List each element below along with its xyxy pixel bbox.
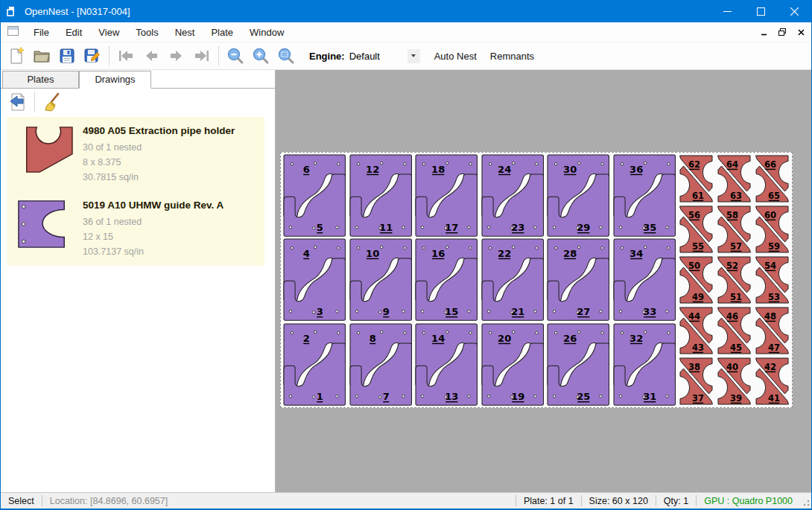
svg-text:32: 32 (629, 333, 643, 344)
nest-cell-red[interactable]: 5655 (677, 204, 715, 255)
drawing-item[interactable]: 4980 A05 Extraction pipe holder 30 of 1 … (7, 117, 264, 191)
purple-parts-grid: 6512111817242330293635431091615222128273… (282, 153, 677, 407)
resize-grip[interactable] (800, 495, 811, 507)
nest-cell-purple[interactable]: 3029 (545, 153, 612, 238)
svg-text:22: 22 (498, 248, 511, 259)
svg-text:13: 13 (445, 391, 458, 402)
minimize-button[interactable] (711, 0, 744, 22)
gpu-indicator: GPU : Quadro P1000 (697, 496, 800, 506)
nest-cell-purple[interactable]: 1615 (413, 238, 480, 322)
nest-cell-red[interactable]: 6463 (715, 153, 753, 204)
nest-cell-purple[interactable]: 43 (282, 238, 348, 322)
engine-select[interactable]: Default (349, 51, 407, 62)
nest-cell-red[interactable]: 4645 (715, 305, 753, 356)
mdi-restore-button[interactable] (774, 25, 790, 39)
nest-cell-purple[interactable]: 109 (348, 238, 414, 322)
save-button[interactable] (54, 45, 80, 67)
nest-cell-purple[interactable]: 1413 (413, 322, 480, 407)
import-drawing-icon (8, 92, 28, 112)
nest-cell-red[interactable]: 4241 (753, 356, 791, 407)
svg-text:61: 61 (692, 191, 704, 201)
nest-cell-red[interactable]: 5453 (753, 255, 791, 305)
svg-text:50: 50 (688, 261, 700, 271)
next-plate-button[interactable] (164, 45, 189, 67)
previous-arrow-icon (142, 47, 160, 65)
zoom-in-button[interactable] (248, 45, 273, 67)
nest-cell-purple[interactable]: 2423 (480, 153, 546, 238)
menu-item-view[interactable]: View (90, 24, 127, 41)
title-bar: OpenNest - [N0317-004] (1, 0, 811, 22)
nest-cell-purple[interactable]: 2221 (480, 238, 546, 322)
menu-item-file[interactable]: File (25, 24, 57, 41)
close-button[interactable] (778, 0, 811, 22)
plate[interactable]: 6512111817242330293635431091615222128273… (280, 152, 793, 408)
svg-text:10: 10 (366, 248, 379, 259)
nest-cell-purple[interactable]: 1817 (413, 153, 480, 238)
svg-text:35: 35 (643, 222, 656, 233)
svg-text:64: 64 (726, 159, 738, 170)
nest-cell-red[interactable]: 4847 (753, 305, 791, 356)
mdi-close-button[interactable] (793, 25, 809, 39)
remnants-button[interactable]: Remnants (483, 46, 541, 66)
nest-cell-red[interactable]: 6059 (753, 204, 791, 255)
new-document-icon (7, 47, 25, 65)
maximize-button[interactable] (744, 0, 778, 22)
nest-cell-red[interactable]: 5251 (715, 255, 753, 305)
save-as-button[interactable] (80, 45, 105, 67)
nest-cell-red[interactable]: 6665 (753, 153, 791, 204)
nest-cell-red[interactable]: 4039 (715, 356, 753, 407)
window-title: OpenNest - [N0317-004] (25, 6, 130, 17)
svg-text:28: 28 (563, 248, 577, 259)
zoom-fit-button[interactable] (273, 45, 299, 67)
svg-text:36: 36 (629, 164, 643, 175)
engine-dropdown-button[interactable] (407, 49, 420, 63)
nest-cell-red[interactable]: 5857 (715, 204, 753, 255)
nest-cell-purple[interactable]: 3635 (612, 153, 678, 238)
svg-text:4: 4 (303, 248, 310, 259)
nest-cell-red[interactable]: 4443 (677, 305, 715, 356)
tab-drawings[interactable]: Drawings (79, 71, 151, 89)
menu-item-nest[interactable]: Nest (167, 24, 203, 41)
tab-plates[interactable]: Plates (2, 71, 79, 89)
nest-cell-purple[interactable]: 21 (282, 322, 348, 407)
previous-plate-button[interactable] (139, 45, 164, 67)
nest-cell-purple[interactable]: 65 (282, 153, 348, 238)
svg-text:1: 1 (317, 391, 323, 402)
menu-item-edit[interactable]: Edit (57, 24, 90, 41)
svg-text:5: 5 (317, 222, 323, 233)
nest-canvas[interactable]: 6512111817242330293635431091615222128273… (276, 70, 811, 492)
svg-text:52: 52 (726, 261, 738, 271)
mdi-document-icon[interactable] (7, 26, 19, 38)
last-plate-button[interactable] (189, 45, 215, 67)
menu-item-tools[interactable]: Tools (127, 24, 166, 41)
menu-item-window[interactable]: Window (241, 24, 292, 41)
svg-text:58: 58 (726, 210, 738, 220)
nest-cell-red[interactable]: 3837 (677, 356, 715, 407)
nest-cell-purple[interactable]: 2827 (545, 238, 612, 322)
new-nest-button[interactable] (4, 45, 29, 67)
svg-text:14: 14 (431, 333, 445, 344)
nest-cell-red[interactable]: 6261 (677, 153, 715, 204)
auto-nest-button[interactable]: Auto Nest (428, 46, 483, 66)
nest-cell-purple[interactable]: 1211 (348, 153, 414, 238)
svg-text:19: 19 (511, 391, 524, 402)
svg-text:2: 2 (303, 333, 310, 344)
mdi-minimize-button[interactable] (755, 25, 772, 39)
nest-cell-purple[interactable]: 2625 (545, 322, 612, 407)
save-icon (58, 47, 76, 65)
import-drawing-button[interactable] (5, 91, 31, 113)
open-button[interactable] (29, 45, 54, 67)
nest-cell-red[interactable]: 5049 (677, 255, 715, 305)
nest-cell-purple[interactable]: 87 (348, 322, 414, 407)
nest-cell-purple[interactable]: 3231 (612, 322, 678, 407)
first-plate-button[interactable] (113, 45, 139, 67)
nest-cell-purple[interactable]: 3433 (612, 238, 678, 322)
menu-item-plate[interactable]: Plate (203, 24, 241, 41)
drawing-nested-count: 36 of 1 nested (83, 214, 223, 229)
drawing-item[interactable]: 5019 A10 UHMW guide Rev. A 36 of 1 neste… (7, 191, 264, 266)
clear-drawings-button[interactable] (39, 91, 64, 113)
nest-cell-purple[interactable]: 2019 (480, 322, 546, 407)
zoom-out-button[interactable] (223, 45, 248, 67)
panel-tabs: Plates Drawings (1, 71, 275, 89)
drawing-size: 8 x 8.375 (83, 155, 235, 170)
